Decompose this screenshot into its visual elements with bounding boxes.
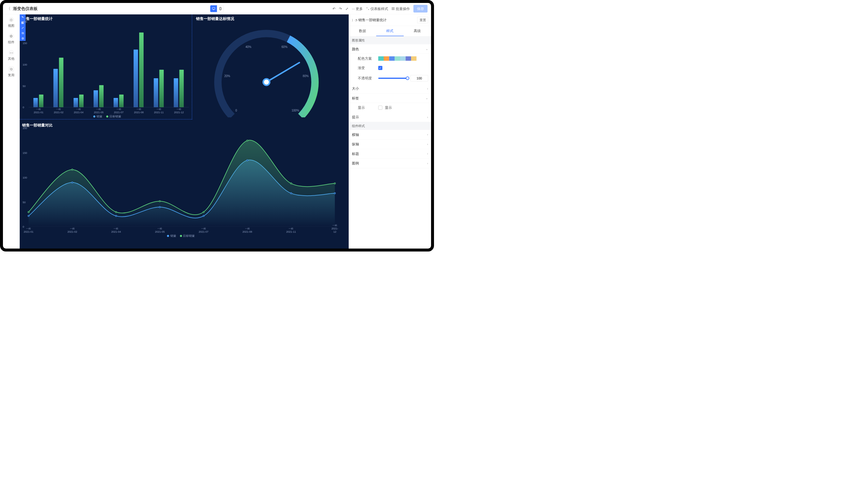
sidebar-item-view[interactable]: ◎视图: [8, 17, 14, 28]
svg-rect-0: [213, 7, 215, 9]
clock-icon: ◔: [355, 18, 358, 22]
chevron-right-icon: ›: [427, 161, 428, 165]
svg-rect-3: [393, 7, 394, 8]
tab-data[interactable]: 数据: [349, 26, 376, 36]
size-row[interactable]: 大小›: [349, 84, 431, 94]
opacity-slider[interactable]: [379, 78, 408, 79]
chevron-down-icon: ⌄: [425, 47, 428, 51]
device-desktop-button[interactable]: [210, 5, 217, 12]
tool-expand-icon[interactable]: ⤢: [20, 25, 25, 30]
sidebar-item-reuse[interactable]: ⧉复用: [8, 67, 14, 77]
palette-row: 配色方案: [349, 54, 431, 63]
bar-chart-title: 销售一部销量统计: [20, 14, 192, 22]
chevron-right-icon: ›: [427, 143, 428, 146]
more-button[interactable]: ··· 更多: [352, 6, 363, 11]
collapse-icon[interactable]: ⟩: [352, 18, 353, 22]
device-mobile-button[interactable]: [217, 5, 224, 12]
section-component-style: 组件样式: [349, 122, 431, 130]
yaxis-row[interactable]: 纵轴›: [349, 139, 431, 149]
section-graph-props: 图形属性: [349, 36, 431, 44]
bar-chart-legend: 销量 目标销量: [20, 114, 192, 118]
back-button[interactable]: 〈: [7, 6, 11, 11]
save-button[interactable]: 保存: [413, 5, 427, 12]
xaxis-row[interactable]: 横轴›: [349, 130, 431, 140]
gauge-chart-panel[interactable]: 销售一部销量达标情况 020%40%60%80%100%: [194, 14, 339, 119]
sidebar-item-other[interactable]: ▭其他: [8, 50, 14, 61]
chevron-right-icon: ›: [427, 133, 428, 136]
undo-button[interactable]: ↶: [332, 7, 335, 11]
title-row[interactable]: 标题›: [349, 149, 431, 159]
page-title: 渐变色仪表板: [13, 6, 38, 11]
tab-style[interactable]: 样式: [376, 26, 404, 36]
reset-button[interactable]: 重置: [417, 17, 428, 23]
panel-float-toolbar: ✎ ▦ ⤢ ⧉ ⚙: [20, 14, 25, 41]
svg-rect-5: [393, 9, 394, 10]
chevron-right-icon: ›: [427, 115, 428, 119]
area-chart-panel[interactable]: 销售一部销量对比 销量 目标销量 050100150200一科2021-01一科…: [20, 121, 339, 239]
svg-rect-2: [392, 7, 393, 8]
properties-panel: ⟩ ◔ 销售一部销量统计 重置 数据 样式 高级 图形属性 颜色⌄ 配色方案 渐…: [349, 14, 431, 249]
color-group-row[interactable]: 颜色⌄: [349, 44, 431, 54]
tool-settings-icon[interactable]: ⚙: [20, 35, 25, 41]
chevron-right-icon: ›: [427, 87, 428, 91]
dashboard-style-button[interactable]: 仪表板样式: [366, 6, 388, 11]
legend-row[interactable]: 图例›: [349, 159, 431, 168]
svg-rect-1: [220, 7, 221, 10]
svg-rect-4: [392, 9, 393, 10]
area-chart-legend: 销量 目标销量: [20, 234, 339, 238]
svg-point-7: [264, 79, 270, 85]
svg-line-6: [267, 63, 300, 82]
area-chart-title: 销售一部销量对比: [20, 121, 339, 128]
tooltip-row[interactable]: 提示›: [349, 112, 431, 122]
show-checkbox[interactable]: [379, 106, 383, 110]
bar-chart-panel[interactable]: ✎ ▦ ⤢ ⧉ ⚙ 销售一部销量统计 销量 目标销量 050100150200一…: [20, 14, 192, 119]
opacity-row: 不透明度: [349, 73, 431, 84]
gradient-checkbox[interactable]: ✓: [379, 66, 383, 70]
redo-button[interactable]: ↷: [339, 7, 342, 11]
label-row[interactable]: 标签⌄: [349, 94, 431, 103]
tab-advanced[interactable]: 高级: [404, 26, 431, 36]
chevron-right-icon: ›: [427, 152, 428, 156]
gradient-row: 渐变 ✓: [349, 63, 431, 73]
dashboard-canvas[interactable]: ✎ ▦ ⤢ ⧉ ⚙ 销售一部销量统计 销量 目标销量 050100150200一…: [20, 14, 349, 249]
tool-edit-icon[interactable]: ✎: [20, 14, 25, 20]
sidebar-item-component[interactable]: ✿组件: [8, 34, 14, 44]
left-toolbar: ◎视图 ✿组件 ▭其他 ⧉复用: [3, 14, 20, 249]
selected-component-title: 销售一部销量统计: [358, 18, 417, 22]
tool-copy-icon[interactable]: ⧉: [20, 30, 25, 35]
opacity-input[interactable]: [411, 75, 428, 82]
label-show-row: 显示 显示: [349, 103, 431, 112]
fullscreen-button[interactable]: ⤢: [345, 7, 348, 11]
batch-operation-button[interactable]: 批量操作: [392, 6, 410, 11]
palette-swatch[interactable]: [379, 56, 417, 61]
chevron-down-icon: ⌄: [425, 96, 428, 100]
